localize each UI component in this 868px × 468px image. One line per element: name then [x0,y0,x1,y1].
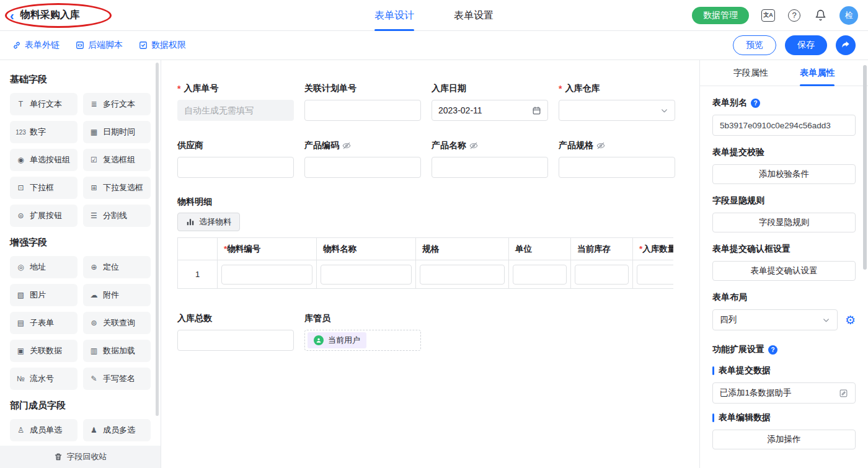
keeper-value-box[interactable]: 当前用户 [304,330,421,351]
edit-icon [839,389,848,398]
field-item-extend-button[interactable]: ⊜扩展按钮 [10,205,78,227]
field-inbound-warehouse[interactable]: *入库仓库 [559,82,675,121]
warehouse-select[interactable] [559,100,675,121]
textarea-icon: ≣ [89,100,99,108]
number-icon: 123 [16,129,26,136]
field-item-location[interactable]: ⊕定位 [83,256,151,278]
notification-bell-icon[interactable] [813,9,827,22]
save-button[interactable]: 保存 [785,35,827,55]
field-item-subform[interactable]: ▤子表单 [10,312,78,334]
field-item-data-load[interactable]: ▥数据加载 [83,340,151,362]
tab-form-properties[interactable]: 表单属性 [800,60,835,86]
form-layout-label: 表单布局 [712,292,856,303]
product-code-input[interactable] [311,162,414,172]
field-item-serial-number[interactable]: №流水号 [10,368,78,390]
field-item-address[interactable]: ◎地址 [10,256,78,278]
table-corner-cell [178,238,218,260]
field-item-radio-group[interactable]: ◉单选按钮组 [10,149,78,171]
supplier-input[interactable] [184,162,287,172]
field-item-single-line-text[interactable]: T单行文本 [10,93,78,115]
material-name-cell-input[interactable] [321,265,412,285]
related-plan-input[interactable] [311,105,414,115]
sidebar-scrollbar[interactable] [156,63,159,416]
serial-number-icon: № [16,374,26,383]
unit-cell-input[interactable] [513,265,567,285]
select-material-button[interactable]: 选择物料 [177,213,240,231]
current-user-tag[interactable]: 当前用户 [308,332,366,348]
panel-scrollbar[interactable] [863,65,867,270]
field-inbound-number[interactable]: *入库单号 [177,82,294,121]
current-stock-cell-input[interactable] [575,265,629,285]
calendar-icon: ▦ [89,128,99,136]
field-product-code[interactable]: 产品编码 [304,139,421,178]
back-button[interactable]: ‹ [10,9,14,22]
layout-select[interactable]: 四列 [712,309,838,330]
inbound-total-input[interactable] [184,335,287,345]
field-item-member-multi[interactable]: ♟成员多选 [83,419,151,441]
form-design-canvas: *入库单号 关联计划单号 入库日期 2023-02-11 *入库仓库 [162,60,699,468]
submit-confirm-button[interactable]: 表单提交确认设置 [712,261,856,281]
data-load-icon: ▥ [89,347,99,355]
layout-gear-icon[interactable]: ⚙ [845,314,856,326]
field-item-multi-dropdown[interactable]: ⊞下拉复选框 [83,177,151,199]
page-title: 物料采购入库 [20,9,80,22]
field-visibility-button[interactable]: 字段显隐规则 [712,213,856,232]
col-spec: 规格 [416,238,509,260]
field-supplier[interactable]: 供应商 [177,139,294,178]
preview-button[interactable]: 预览 [733,35,776,55]
field-item-checkbox-group[interactable]: ☑复选框组 [83,149,151,171]
field-item-multi-line-text[interactable]: ≣多行文本 [83,93,151,115]
submit-validation-label: 表单提交校验 [712,147,856,158]
signature-icon: ✎ [89,374,99,383]
spec-cell-input[interactable] [420,265,505,285]
backend-script-link[interactable]: 后端脚本 [76,40,123,51]
table-row: 1 [178,260,674,289]
shield-icon [139,41,148,50]
field-related-plan-number[interactable]: 关联计划单号 [304,82,421,121]
tab-form-settings[interactable]: 表单设置 [454,0,494,31]
field-warehouse-keeper[interactable]: 库管员 当前用户 [304,312,421,351]
alias-help-icon[interactable]: ? [751,99,760,108]
field-item-dropdown[interactable]: ⊡下拉框 [10,177,78,199]
text-icon: T [16,100,26,108]
help-icon[interactable]: ? [787,9,801,22]
inbound-qty-cell-input[interactable] [637,265,673,285]
field-item-divider[interactable]: ☰分割线 [83,205,151,227]
data-manage-button[interactable]: 数据管理 [692,7,749,24]
field-recycle-bin[interactable]: 字段回收站 [0,446,161,468]
field-item-member-single[interactable]: ♙成员单选 [10,419,78,441]
field-inbound-total[interactable]: 入库总数 [177,312,294,351]
field-item-signature[interactable]: ✎手写签名 [83,368,151,390]
row-index: 1 [178,260,218,289]
data-permission-link[interactable]: 数据权限 [139,40,186,51]
field-product-spec[interactable]: 产品规格 [559,139,675,178]
header-tabs: 表单设计 表单设置 [374,0,494,31]
language-icon[interactable]: 文A [761,9,775,22]
field-item-number[interactable]: 123数字 [10,121,78,143]
tab-form-design[interactable]: 表单设计 [374,0,414,31]
share-button[interactable] [836,35,856,55]
data-assistant-box[interactable]: 已添加1条数据助手 [712,382,856,404]
form-alias-input[interactable]: 5b3917e0910c0e294c56add3 [712,115,856,136]
image-icon: ▧ [16,291,26,299]
tab-field-properties[interactable]: 字段属性 [733,60,768,86]
bar-chart-icon [186,218,195,226]
divider-icon: ☰ [89,211,99,220]
material-code-cell-input[interactable] [221,265,312,285]
field-product-name[interactable]: 产品名称 [432,139,548,178]
form-external-link[interactable]: 表单外链 [12,40,60,51]
field-inbound-date[interactable]: 入库日期 2023-02-11 [432,82,548,121]
product-name-input[interactable] [438,162,541,172]
product-spec-input[interactable] [565,162,668,172]
field-item-linked-data[interactable]: ▣关联数据 [10,340,78,362]
add-validation-button[interactable]: 添加校验条件 [712,164,856,184]
user-avatar[interactable]: 检 [839,6,858,25]
inbound-date-picker[interactable]: 2023-02-11 [432,100,548,121]
field-item-image[interactable]: ▧图片 [10,284,78,306]
field-item-attachment[interactable]: ☁附件 [83,284,151,306]
field-item-datetime[interactable]: ▦日期时间 [83,121,151,143]
inbound-number-input[interactable] [184,105,287,115]
field-item-linked-query[interactable]: ⊚关联查询 [83,312,151,334]
extension-help-icon[interactable]: ? [768,345,777,355]
add-operation-button[interactable]: 添加操作 [712,430,856,449]
